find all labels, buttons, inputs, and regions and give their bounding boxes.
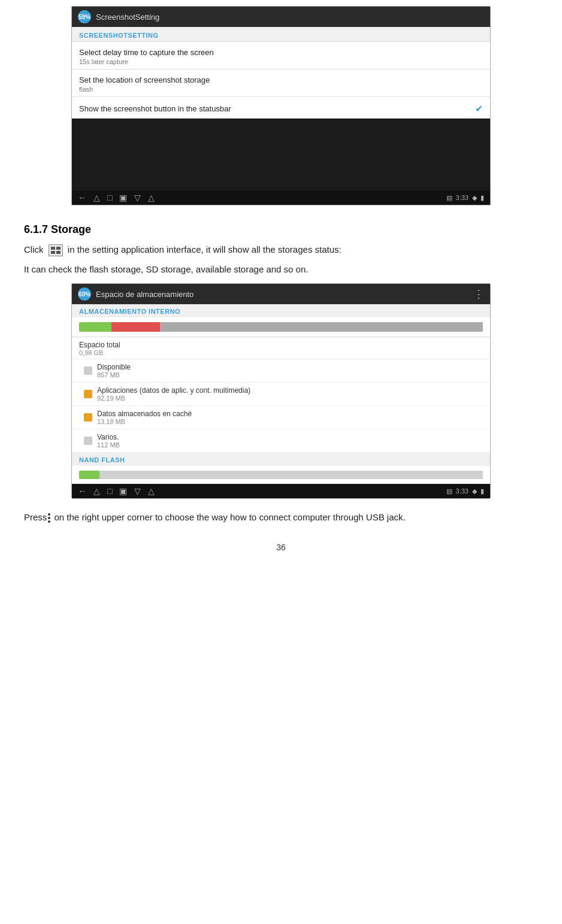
- info-cache: Datos almacenados en caché 13,18 MB: [97, 410, 192, 425]
- screenshot1-container: 59% ScreenshotSetting SCREENSHOTSETTING …: [71, 6, 491, 205]
- statusbar2-right: ▤ 3:33 ◆ ▮: [446, 487, 484, 495]
- setting-item-location-text: Set the location of screenshot storage f…: [79, 75, 210, 93]
- total-sub-label: 0,98 GB: [79, 349, 483, 356]
- recent-icon2: □: [107, 486, 112, 496]
- screenshot1-statusbar: ← △ □ ▣ ▽ △ ▤ 3:33 ◆ ▮: [72, 190, 490, 205]
- back-icon2: ←: [78, 486, 86, 496]
- info-varios: Varios. 112 MB: [97, 433, 120, 449]
- color-disponible: [84, 366, 92, 375]
- storage-item-cache: Datos almacenados en caché 13,18 MB: [72, 406, 490, 429]
- page-content: 59% ScreenshotSetting SCREENSHOTSETTING …: [0, 0, 562, 588]
- paragraph1: Click in the setting application interfa…: [24, 243, 538, 257]
- vol-down-icon2: ▽: [134, 486, 141, 496]
- statusbar-main-label: Show the screenshot button in the status…: [79, 104, 231, 113]
- bar-segment-gray: [160, 322, 483, 332]
- size-apps: 92,19 MB: [97, 395, 250, 402]
- storage-section-header: ALMACENAMIENTO INTERNO: [72, 304, 490, 317]
- delay-sub-label: 15s later capture: [79, 58, 214, 65]
- checkmark-icon: ✔: [475, 103, 483, 114]
- info-apps: Aplicaciones (datos de aplic. y cont. mu…: [97, 386, 250, 402]
- bar-segment-green: [79, 322, 111, 332]
- location-sub-label: flash: [79, 86, 210, 93]
- statusbar-left-icons: ← △ □ ▣ ▽ △: [78, 193, 155, 202]
- storage-bar-container: [72, 317, 490, 337]
- color-varios: [84, 437, 92, 445]
- storage-item-apps: Aplicaciones (datos de aplic. y cont. mu…: [72, 383, 490, 406]
- screenshot2-header: 60% Espacio de almacenamiento ⋮: [72, 284, 490, 304]
- size-varios: 112 MB: [97, 441, 120, 449]
- wifi-icon: ◆: [472, 194, 477, 202]
- nand-bar-container: [72, 466, 490, 484]
- page-number: 36: [24, 543, 538, 564]
- battery-icon: ▮: [481, 194, 484, 202]
- setting-item-statusbar-text: Show the screenshot button in the status…: [79, 104, 231, 113]
- paragraph1-pre: Click: [24, 244, 44, 255]
- color-apps: [84, 390, 92, 398]
- statusbar2-left-icons: ← △ □ ▣ ▽ △: [78, 486, 155, 496]
- wifi-icon2: ◆: [472, 487, 477, 495]
- time-display2: 3:33: [456, 487, 469, 495]
- menu-dots-icon[interactable]: ⋮: [473, 287, 484, 301]
- camera-icon2: ▣: [119, 486, 127, 496]
- screenshot2-header-left: 60% Espacio de almacenamiento: [78, 287, 194, 301]
- nand-bar-gray: [99, 471, 483, 479]
- paragraph1-post: in the setting application interface, it…: [68, 244, 342, 255]
- setting-item-statusbar: Show the screenshot button in the status…: [72, 97, 490, 119]
- vol-down-icon: ▽: [134, 193, 141, 202]
- nand-bar-green: [79, 471, 99, 479]
- battery-badge2: 60%: [78, 287, 91, 301]
- section-617-title: 6.1.7 Storage: [24, 223, 538, 236]
- info-disponible: Disponible 857 MB: [97, 363, 131, 378]
- screenshot1-dark-area: [72, 119, 490, 190]
- home-icon2: △: [93, 486, 100, 496]
- home-icon: △: [93, 193, 100, 202]
- screenshot2-statusbar: ← △ □ ▣ ▽ △ ▤ 3:33 ◆ ▮: [72, 484, 490, 498]
- statusbar-right: ▤ 3:33 ◆ ▮: [446, 194, 484, 202]
- press-post: on the right upper corner to choose the …: [52, 512, 405, 522]
- screenshot1-body: SCREENSHOTSETTING Select delay time to c…: [72, 27, 490, 190]
- settings-grid-icon: [49, 244, 63, 256]
- nand-bar: [79, 471, 483, 479]
- vol-up-icon: △: [148, 193, 155, 202]
- name-apps: Aplicaciones (datos de aplic. y cont. mu…: [97, 386, 250, 395]
- nand-section-header: NAND FLASH: [72, 453, 490, 466]
- storage-item-varios: Varios. 112 MB: [72, 429, 490, 453]
- storage-item-disponible: Disponible 857 MB: [72, 359, 490, 383]
- vol-up-icon2: △: [148, 486, 155, 496]
- battery-icon2: ▮: [481, 487, 484, 495]
- setting-item-location: Set the location of screenshot storage f…: [72, 69, 490, 97]
- screenshot-mini-icon2: ▤: [446, 487, 452, 495]
- camera-icon: ▣: [119, 193, 127, 202]
- battery-badge: 59%: [78, 10, 91, 23]
- name-disponible: Disponible: [97, 363, 131, 371]
- location-main-label: Set the location of screenshot storage: [79, 75, 210, 84]
- total-main-label: Espacio total: [79, 341, 483, 349]
- recent-icon: □: [107, 193, 112, 202]
- back-icon: ←: [78, 193, 86, 202]
- screenshot-mini-icon: ▤: [446, 194, 452, 202]
- screenshot2-container: 60% Espacio de almacenamiento ⋮ ALMACENA…: [71, 283, 491, 499]
- screenshot2-title: Espacio de almacenamiento: [96, 290, 194, 299]
- bar-segment-red: [111, 322, 160, 332]
- setting-item-delay: Select delay time to capture the screen …: [72, 42, 490, 69]
- delay-main-label: Select delay time to capture the screen: [79, 48, 214, 57]
- name-varios: Varios.: [97, 433, 120, 441]
- time-display: 3:33: [456, 194, 469, 201]
- screenshot1-section-header: SCREENSHOTSETTING: [72, 27, 490, 42]
- screenshot1-title: ScreenshotSetting: [96, 13, 159, 22]
- name-cache: Datos almacenados en caché: [97, 410, 192, 418]
- storage-total: Espacio total 0,98 GB: [72, 337, 490, 359]
- storage-bar: [79, 322, 483, 332]
- screenshot1-header: 59% ScreenshotSetting: [72, 7, 490, 27]
- setting-item-delay-text: Select delay time to capture the screen …: [79, 48, 214, 65]
- size-disponible: 857 MB: [97, 371, 131, 378]
- press-paragraph: Press on the right upper corner to choos…: [24, 511, 538, 525]
- paragraph2: It can check the flash storage, SD stora…: [24, 263, 538, 277]
- size-cache: 13,18 MB: [97, 418, 192, 425]
- press-pre: Press: [24, 512, 47, 522]
- color-cache: [84, 413, 92, 422]
- menu-dots-inline-icon: [48, 513, 50, 523]
